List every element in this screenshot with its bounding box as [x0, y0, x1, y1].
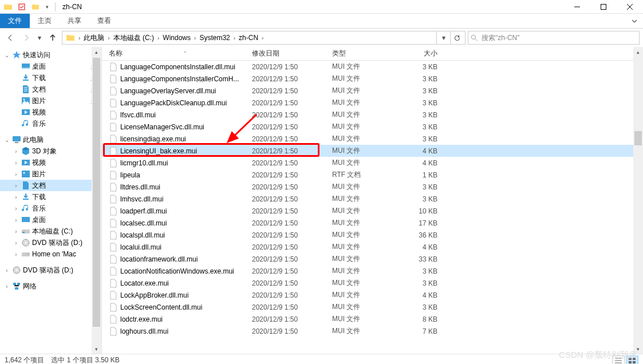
tab-share[interactable]: 共享	[60, 14, 89, 28]
table-row[interactable]: lodctr.exe.mui2020/12/9 1:50MUI 文件8 KB	[102, 313, 643, 325]
crumb-sep-icon[interactable]: ›	[77, 35, 81, 41]
crumb-c[interactable]: 本地磁盘 (C:)	[111, 31, 156, 44]
file-date: 2020/12/9 1:50	[248, 195, 329, 203]
sidebar-desktop-pc[interactable]: ›桌面	[0, 214, 101, 225]
sidebar-videos[interactable]: 视频	[0, 106, 101, 118]
sidebar-item-label: 音乐	[32, 204, 46, 213]
window-title: zh-CN	[60, 3, 82, 11]
file-size: 3 KB	[395, 63, 441, 71]
tab-home[interactable]: 主页	[30, 14, 60, 28]
col-type[interactable]: 类型	[329, 47, 395, 60]
file-type: MUI 文件	[329, 290, 395, 300]
minimize-button[interactable]	[564, 0, 590, 14]
table-row[interactable]: locationframework.dll.mui2020/12/9 1:50M…	[102, 253, 643, 265]
table-row[interactable]: loghours.dll.mui2020/12/9 1:50MUI 文件7 KB	[102, 325, 643, 337]
sidebar-network[interactable]: ›网络	[0, 280, 101, 292]
table-row[interactable]: licmgr10.dll.mui2020/12/9 1:50MUI 文件4 KB	[102, 157, 643, 169]
crumb-windows[interactable]: Windows	[160, 31, 193, 44]
table-row[interactable]: lltdres.dll.mui2020/12/9 1:50MUI 文件3 KB	[102, 181, 643, 193]
sidebar-3d-objects[interactable]: ›3D 对象	[0, 145, 101, 157]
file-list[interactable]: LanguageComponentsInstaller.dll.mui2020/…	[102, 61, 643, 354]
divider	[55, 2, 56, 11]
col-size[interactable]: 大小	[395, 47, 441, 60]
crumb-sep-icon[interactable]: ›	[106, 35, 111, 41]
tab-file[interactable]: 文件	[0, 14, 30, 28]
table-row[interactable]: Locator.exe.mui2020/12/9 1:50MUI 文件3 KB	[102, 277, 643, 289]
sidebar-item-label: 视频	[32, 108, 46, 117]
table-row[interactable]: LicensingUI_bak.exe.mui2020/12/9 1:50MUI…	[102, 145, 643, 157]
qat-properties-icon[interactable]	[16, 1, 27, 13]
crumb-sep-icon[interactable]: ›	[193, 35, 197, 41]
sidebar-pictures[interactable]: 图片📌	[0, 95, 101, 106]
sidebar-this-pc[interactable]: ⌄此电脑	[0, 134, 101, 145]
sidebar-videos-pc[interactable]: ›视频	[0, 157, 101, 168]
table-row[interactable]: localspl.dll.mui2020/12/9 1:50MUI 文件36 K…	[102, 229, 643, 241]
file-type: RTF 文档	[329, 170, 395, 180]
table-row[interactable]: LocationNotificationWindows.exe.mui2020/…	[102, 265, 643, 277]
sidebar-downloads-pc[interactable]: ›下载	[0, 191, 101, 203]
tab-view[interactable]: 查看	[89, 14, 119, 28]
sidebar-item-label: 快速访问	[23, 50, 50, 60]
sidebar-music-pc[interactable]: ›音乐	[0, 203, 101, 214]
sidebar-home-mac[interactable]: ›Home on 'Mac	[0, 248, 101, 260]
ribbon-expand-icon[interactable]	[626, 14, 643, 28]
file-name: LockScreenContent.dll.mui	[120, 303, 202, 311]
qat-dropdown-icon[interactable]: ▾	[44, 1, 50, 13]
col-date[interactable]: 修改日期	[248, 47, 329, 60]
table-row[interactable]: licensingdiag.exe.mui2020/12/9 1:50MUI 文…	[102, 133, 643, 145]
table-row[interactable]: loadperf.dll.mui2020/12/9 1:50MUI 文件10 K…	[102, 205, 643, 217]
file-type: MUI 文件	[329, 122, 395, 132]
sidebar-desktop[interactable]: 桌面📌	[0, 61, 101, 72]
file-name: lodctr.exe.mui	[120, 315, 163, 323]
table-row[interactable]: localui.dll.mui2020/12/9 1:50MUI 文件4 KB	[102, 241, 643, 253]
table-row[interactable]: LanguageOverlayServer.dll.mui2020/12/9 1…	[102, 85, 643, 97]
file-date: 2020/12/9 1:50	[248, 291, 329, 299]
sidebar-documents-pc[interactable]: ›文档	[0, 180, 101, 191]
search-input[interactable]: 搜索"zh-CN"	[468, 31, 640, 45]
crumb-sep-icon[interactable]: ›	[156, 35, 160, 41]
sidebar-scrollbar[interactable]: ▴ ▾	[92, 47, 101, 354]
table-row[interactable]: LockAppBroker.dll.mui2020/12/9 1:50MUI 文…	[102, 289, 643, 301]
addressbar[interactable]: › 此电脑 › 本地磁盘 (C:) › Windows › System32 ›…	[62, 31, 466, 45]
crumb-zhcn[interactable]: zh-CN	[236, 31, 261, 44]
table-row[interactable]: LanguagePackDiskCleanup.dll.mui2020/12/9…	[102, 97, 643, 109]
crumb-system32[interactable]: System32	[197, 31, 232, 44]
refresh-button[interactable]	[450, 31, 464, 44]
table-row[interactable]: lfsvc.dll.mui2020/12/9 1:50MUI 文件3 KB	[102, 109, 643, 121]
crumb-sep-icon[interactable]: ›	[261, 35, 265, 41]
sidebar-local-c[interactable]: ›本地磁盘 (C:)	[0, 225, 101, 237]
sidebar-documents[interactable]: 文档📌	[0, 84, 101, 95]
file-name: localui.dll.mui	[120, 243, 161, 251]
address-dropdown-icon[interactable]: ▾	[436, 31, 450, 44]
col-name[interactable]: 名称˄	[105, 47, 248, 60]
statusbar: 1,642 个项目 选中 1 个项目 3.50 KB	[0, 354, 643, 364]
addressbar-folder-icon[interactable]	[64, 31, 77, 44]
table-row[interactable]: LanguageComponentsInstaller.dll.mui2020/…	[102, 61, 643, 73]
up-button[interactable]	[46, 31, 60, 45]
close-button[interactable]	[617, 0, 643, 14]
file-size: 3 KB	[395, 195, 441, 203]
table-row[interactable]: LockScreenContent.dll.mui2020/12/9 1:50M…	[102, 301, 643, 313]
content-scrollbar[interactable]: ▴ ▾	[633, 47, 643, 354]
file-icon	[109, 243, 118, 252]
history-dropdown-icon[interactable]: ▾	[35, 31, 44, 45]
crumb-sep-icon[interactable]: ›	[232, 35, 236, 41]
sidebar-dvd-d2[interactable]: ›DVD 驱动器 (D:)	[0, 264, 101, 276]
table-row[interactable]: LicenseManagerSvc.dll.mui2020/12/9 1:50M…	[102, 121, 643, 133]
back-button[interactable]	[3, 31, 17, 45]
view-details-button[interactable]	[612, 355, 625, 365]
view-large-button[interactable]	[626, 355, 638, 365]
forward-button[interactable]	[19, 31, 33, 45]
sidebar-music[interactable]: 音乐	[0, 118, 101, 129]
table-row[interactable]: lmhsvc.dll.mui2020/12/9 1:50MUI 文件3 KB	[102, 193, 643, 205]
crumb-pc[interactable]: 此电脑	[81, 31, 106, 44]
sidebar-quick-access[interactable]: ⌄快速访问	[0, 49, 101, 61]
sidebar-downloads[interactable]: 下载📌	[0, 72, 101, 84]
table-row[interactable]: LanguageComponentsInstallerComH...2020/1…	[102, 73, 643, 85]
maximize-button[interactable]	[590, 0, 617, 14]
file-date: 2020/12/9 1:50	[248, 123, 329, 131]
table-row[interactable]: lipeula2020/12/9 1:50RTF 文档1 KB	[102, 169, 643, 181]
table-row[interactable]: localsec.dll.mui2020/12/9 1:50MUI 文件17 K…	[102, 217, 643, 229]
sidebar-dvd-d[interactable]: ›DVD 驱动器 (D:)	[0, 237, 101, 248]
sidebar-pictures-pc[interactable]: ›图片	[0, 168, 101, 180]
